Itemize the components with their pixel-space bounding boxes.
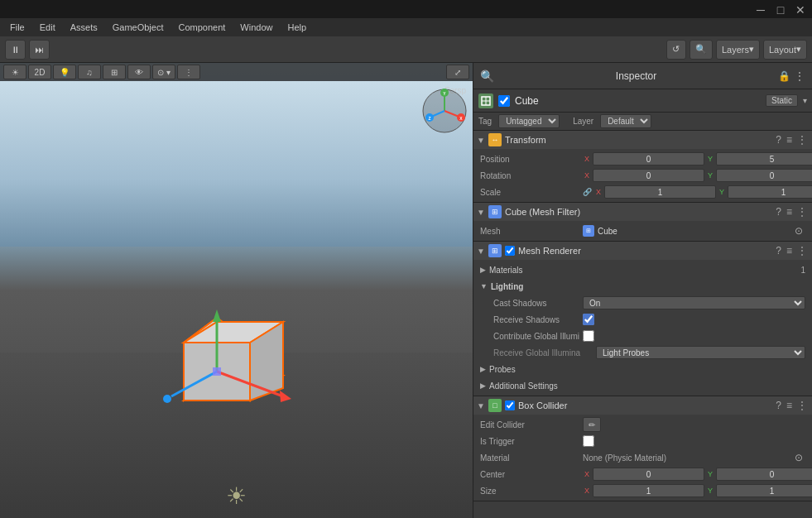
object-header: Cube Static ▾: [473, 89, 812, 113]
box-collider-more-btn[interactable]: ⋮: [795, 400, 809, 411]
scale-y-input[interactable]: [728, 185, 812, 199]
vp-hidden-btn[interactable]: 👁: [127, 65, 151, 79]
history-button[interactable]: ↺: [666, 40, 686, 60]
pos-y-input[interactable]: [716, 152, 812, 165]
receive-shadows-value: [583, 314, 805, 325]
probes-section[interactable]: ▶ Probes: [473, 361, 812, 377]
menu-file[interactable]: File: [3, 21, 31, 34]
step-button[interactable]: ⏭: [29, 40, 50, 60]
layout-dropdown[interactable]: Layout ▾: [763, 40, 807, 60]
transform-help-btn[interactable]: ?: [774, 134, 783, 146]
search-button[interactable]: 🔍: [689, 40, 713, 60]
pos-x-input[interactable]: [593, 152, 704, 165]
mesh-filter-icon: ⊞: [488, 205, 502, 218]
mesh-filter-help-btn[interactable]: ?: [774, 206, 783, 218]
receive-shadows-checkbox[interactable]: [583, 314, 594, 325]
box-collider-help-btn[interactable]: ?: [774, 400, 783, 411]
menu-edit[interactable]: Edit: [33, 21, 62, 34]
size-x-input[interactable]: [593, 484, 704, 497]
size-y-input[interactable]: [716, 484, 812, 497]
lock-button[interactable]: 🔒: [778, 70, 790, 82]
edit-collider-icon: ✏: [589, 420, 595, 429]
close-button[interactable]: ✕: [795, 4, 805, 14]
transform-body: Position X Y Z Rotation: [473, 149, 812, 202]
materials-section[interactable]: ▶ Materials 1: [473, 261, 812, 278]
mesh-renderer-header[interactable]: ▼ ⊞ Mesh Renderer ? ≡ ⋮: [473, 242, 812, 260]
menu-component[interactable]: Component: [171, 21, 232, 34]
mesh-renderer-name: Mesh Renderer: [518, 246, 771, 256]
mesh-filter-header[interactable]: ▼ ⊞ Cube (Mesh Filter) ? ≡ ⋮: [473, 203, 812, 221]
gizmo: Y X Z: [420, 86, 469, 136]
layer-select[interactable]: Default: [600, 114, 651, 128]
main-layout: ☀ 2D 💡 ♫ ⊞ 👁 ⊙ ▾ ⋮ ⤢ Persp Y: [0, 63, 812, 518]
menu-gameobject[interactable]: GameObject: [106, 21, 171, 34]
cast-shadows-value: On Off Two Sided Shadows Only: [583, 296, 805, 309]
layers-dropdown[interactable]: Layers ▾: [716, 40, 760, 60]
receive-gi-label: Receive Global Illumina: [493, 348, 593, 357]
transform-settings-btn[interactable]: ≡: [785, 134, 794, 146]
svg-marker-18: [213, 309, 221, 322]
mesh-filter-component: ▼ ⊞ Cube (Mesh Filter) ? ≡ ⋮ Mesh ⊞ Cube: [473, 203, 812, 242]
svg-marker-20: [280, 391, 291, 402]
menu-help[interactable]: Help: [281, 21, 313, 34]
rotation-values: X Y Z: [583, 169, 812, 182]
mesh-renderer-settings-btn[interactable]: ≡: [785, 245, 794, 257]
box-collider-checkbox[interactable]: [505, 400, 515, 410]
receive-gi-select[interactable]: Light Probes Lightmaps: [596, 346, 805, 359]
contribute-gi-checkbox[interactable]: [583, 330, 594, 342]
vp-2d-btn[interactable]: 2D: [28, 65, 51, 79]
box-collider-settings-btn[interactable]: ≡: [785, 400, 794, 411]
inspector-title: Inspector: [497, 70, 775, 82]
edit-collider-row: Edit Collider ✏: [473, 416, 812, 433]
edit-collider-label: Edit Collider: [480, 420, 579, 429]
menu-assets[interactable]: Assets: [64, 21, 104, 34]
static-arrow[interactable]: ▾: [803, 96, 807, 105]
mesh-renderer-help-btn[interactable]: ?: [774, 245, 783, 257]
mesh-filter-more-btn[interactable]: ⋮: [795, 206, 809, 218]
position-values: X Y Z: [583, 152, 812, 165]
materials-fold-icon: ▶: [480, 266, 486, 274]
inspector-more-btn[interactable]: ⋮: [794, 70, 805, 83]
vp-effects-btn[interactable]: ⊞: [103, 65, 126, 79]
mesh-renderer-checkbox[interactable]: [505, 246, 515, 256]
scale-x-input[interactable]: [604, 185, 716, 199]
svg-rect-23: [213, 367, 221, 376]
tag-select[interactable]: Untagged: [498, 114, 560, 128]
vp-maximize-btn[interactable]: ⤢: [446, 65, 469, 79]
tag-label: Tag: [478, 117, 492, 126]
size-values: X Y Z: [583, 484, 812, 497]
center-y-input[interactable]: [716, 468, 812, 481]
mesh-select-btn[interactable]: ⊙: [792, 224, 805, 237]
inspector-body[interactable]: ▼ ↔ Transform ? ≡ ⋮ Position X: [473, 131, 812, 518]
maximize-button[interactable]: □: [776, 4, 786, 14]
play-button[interactable]: ⏸: [5, 40, 26, 60]
collider-material-row: Material None (Physic Material) ⊙: [473, 449, 812, 466]
vp-gizmos-btn[interactable]: ⊙ ▾: [152, 65, 175, 79]
mesh-renderer-more-btn[interactable]: ⋮: [795, 245, 809, 257]
scale-x-label: X: [594, 188, 603, 196]
center-x-input[interactable]: [593, 468, 704, 481]
vp-lighting-btn[interactable]: 💡: [53, 65, 76, 79]
mesh-filter-settings-btn[interactable]: ≡: [785, 206, 794, 218]
additional-settings-section[interactable]: ▶ Additional Settings: [473, 377, 812, 394]
rot-y-input[interactable]: [716, 169, 812, 182]
lighting-header[interactable]: ▼ Lighting: [473, 278, 812, 295]
vp-shading-btn[interactable]: ☀: [3, 65, 26, 79]
vp-more-btn[interactable]: ⋮: [177, 65, 200, 79]
sky: [0, 81, 473, 247]
rot-x-input[interactable]: [593, 169, 704, 182]
transform-header[interactable]: ▼ ↔ Transform ? ≡ ⋮: [473, 131, 812, 149]
lighting-fold-icon: ▼: [480, 282, 488, 290]
menu-window[interactable]: Window: [233, 21, 279, 34]
vp-audio-btn[interactable]: ♫: [78, 65, 101, 79]
edit-collider-btn[interactable]: ✏: [583, 417, 601, 432]
transform-name: Transform: [505, 135, 771, 145]
minimize-button[interactable]: ─: [756, 4, 766, 14]
box-collider-header[interactable]: ▼ □ Box Collider ? ≡ ⋮: [473, 396, 812, 415]
object-active-checkbox[interactable]: [498, 95, 510, 107]
is-trigger-checkbox[interactable]: [583, 435, 594, 447]
transform-more-btn[interactable]: ⋮: [795, 134, 809, 146]
collider-material-select-btn[interactable]: ⊙: [792, 451, 805, 464]
cast-shadows-select[interactable]: On Off Two Sided Shadows Only: [583, 296, 805, 309]
size-x-label: X: [583, 487, 591, 495]
